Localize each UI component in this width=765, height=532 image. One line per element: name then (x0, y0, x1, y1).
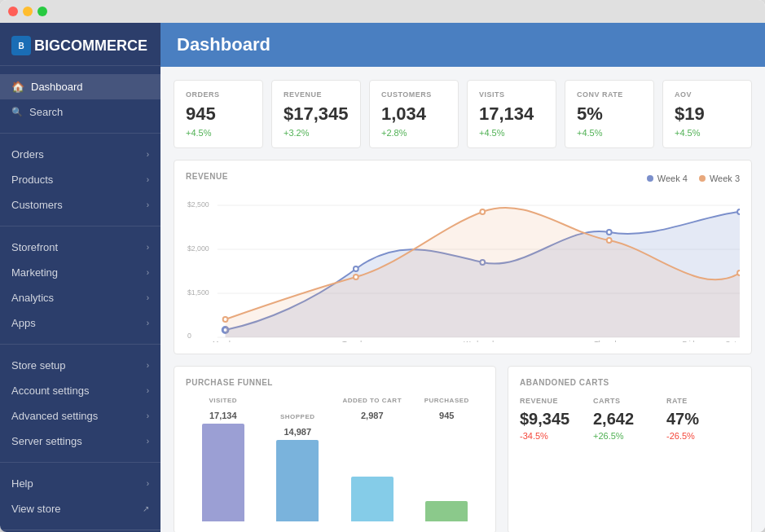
funnel-col-added: ADDED TO CART 2,987 (335, 397, 410, 521)
stat-card-visits: VISITS 17,134 +4.5% (467, 80, 556, 148)
sidebar-label-analytics: Analytics (11, 292, 54, 304)
svg-point-15 (354, 275, 358, 279)
legend-week3: Week 3 (699, 174, 740, 183)
close-button[interactable] (8, 7, 18, 16)
stat-change-customers: +2.8% (381, 128, 446, 138)
abandoned-label-revenue: REVENUE (520, 397, 593, 405)
sidebar-label-advanced-settings: Advanced settings (11, 410, 98, 422)
bottom-row: PURCHASE FUNNEL VISITED 17,134 SHOPPED 1… (174, 366, 752, 532)
funnel-label-shopped: SHOPPED (280, 413, 315, 420)
maximize-button[interactable] (37, 7, 47, 16)
sidebar-item-marketing[interactable]: Marketing › (0, 260, 160, 285)
minimize-button[interactable] (23, 7, 33, 16)
abandoned-col-revenue: REVENUE $9,345 -34.5% (520, 397, 593, 441)
svg-point-14 (223, 317, 228, 322)
svg-point-16 (480, 209, 485, 214)
abandoned-value-carts: 2,642 (593, 410, 666, 429)
sidebar-item-customers[interactable]: Customers › (0, 192, 160, 218)
sidebar-label-view-store: View store (11, 503, 60, 515)
nav-top: 🏠 Dashboard 🔍 Search (0, 66, 160, 134)
chevron-right-icon: › (147, 175, 149, 184)
nav-bottom: Help › View store ↗ (0, 463, 160, 530)
funnel-value-added: 2,987 (361, 411, 384, 420)
funnel-bar-added (351, 477, 393, 521)
revenue-chart-svg: $2,500 $2,000 $1,500 0 (186, 196, 740, 342)
svg-point-13 (737, 209, 740, 214)
sidebar-item-orders[interactable]: Orders › (0, 142, 160, 167)
stat-value-orders: 945 (186, 103, 251, 125)
svg-text:$2,500: $2,500 (187, 200, 209, 209)
page-header: Dashboard (160, 23, 765, 67)
chevron-right-icon: › (147, 386, 149, 395)
abandoned-col-rate: RATE 47% -26.5% (666, 397, 740, 441)
app-window: B BIGCOMMERCE 🏠 Dashboard 🔍 Search (0, 0, 765, 532)
stat-change-conv-rate: +4.5% (577, 128, 642, 138)
stat-value-aov: $19 (675, 103, 740, 125)
sidebar-item-server-settings[interactable]: Server settings › (0, 429, 160, 454)
sidebar-label-customers: Customers (11, 199, 63, 211)
funnel-col-purchased: PURCHASED 945 (410, 397, 485, 521)
legend-dot-week3 (699, 175, 706, 182)
chevron-right-icon: › (147, 479, 149, 488)
abandoned-columns: REVENUE $9,345 -34.5% CARTS 2,642 +26.5%… (520, 397, 740, 441)
funnel-label-purchased: PURCHASED (424, 397, 469, 404)
search-icon: 🔍 (11, 107, 23, 117)
stat-card-aov: AOV $19 +4.5% (662, 80, 752, 148)
logo-text: BIGCOMMERCE (34, 37, 147, 55)
chevron-right-icon: › (147, 200, 149, 209)
main-area: Dashboard ORDERS 945 +4.5% REVENUE $17,3… (160, 23, 765, 532)
abandoned-value-revenue: $9,345 (520, 410, 593, 429)
sidebar-label-marketing: Marketing (11, 266, 58, 279)
svg-point-10 (354, 266, 358, 271)
stat-label-customers: CUSTOMERS (381, 90, 446, 99)
sidebar-item-dashboard[interactable]: 🏠 Dashboard (0, 74, 160, 99)
sidebar-label-store-setup: Store setup (11, 359, 66, 372)
svg-point-12 (607, 230, 612, 235)
sidebar-label-apps: Apps (11, 317, 36, 329)
sidebar-item-advanced-settings[interactable]: Advanced settings › (0, 403, 160, 429)
svg-text:0: 0 (187, 332, 191, 340)
sidebar: B BIGCOMMERCE 🏠 Dashboard 🔍 Search (0, 23, 160, 532)
funnel-value-purchased: 945 (439, 411, 454, 420)
svg-text:Friday: Friday (683, 340, 703, 342)
stat-label-visits: VISITS (479, 90, 544, 99)
sidebar-item-storefront[interactable]: Storefront › (0, 235, 160, 260)
svg-text:Tuesday: Tuesday (342, 340, 370, 342)
stat-label-conv-rate: CONV RATE (577, 90, 642, 99)
svg-point-17 (607, 238, 612, 243)
funnel-columns: VISITED 17,134 SHOPPED 14,987 ADDED TO C… (186, 397, 484, 521)
stat-change-revenue: +3.2% (284, 128, 349, 138)
stat-card-orders: ORDERS 945 +4.5% (174, 80, 263, 148)
funnel-bar-purchased (425, 501, 468, 521)
sidebar-item-help[interactable]: Help › (0, 471, 160, 496)
sidebar-item-search[interactable]: 🔍 Search (0, 99, 160, 125)
sidebar-item-view-store[interactable]: View store ↗ (0, 496, 160, 521)
sidebar-item-account-settings[interactable]: Account settings › (0, 378, 160, 403)
legend-label-week3: Week 3 (710, 174, 740, 183)
funnel-title: PURCHASE FUNNEL (186, 378, 484, 387)
stat-value-conv-rate: 5% (577, 103, 642, 125)
legend-week4: Week 4 (647, 174, 688, 183)
logo-icon: B (11, 36, 31, 55)
stat-label-aov: AOV (675, 90, 740, 99)
funnel-col-visited: VISITED 17,134 (186, 397, 261, 521)
sidebar-item-store-setup[interactable]: Store setup › (0, 353, 160, 378)
legend-dot-week4 (647, 175, 653, 182)
page-title: Dashboard (177, 34, 749, 55)
abandoned-change-rate: -26.5% (666, 431, 740, 441)
stat-change-orders: +4.5% (186, 128, 251, 138)
sidebar-item-analytics[interactable]: Analytics › (0, 285, 160, 310)
nav-secondary: Storefront › Marketing › Analytics › App… (0, 226, 160, 345)
sidebar-label-server-settings: Server settings (11, 435, 82, 447)
sidebar-item-products[interactable]: Products › (0, 167, 160, 192)
stat-change-aov: +4.5% (675, 128, 740, 138)
abandoned-change-revenue: -34.5% (520, 431, 593, 441)
sidebar-item-apps[interactable]: Apps › (0, 310, 160, 336)
abandoned-label-carts: CARTS (593, 397, 666, 405)
legend-label-week4: Week 4 (657, 174, 688, 183)
chevron-right-icon: › (147, 437, 149, 446)
sidebar-label-help: Help (11, 477, 33, 490)
funnel-bar-shopped (276, 440, 319, 521)
abandoned-carts-card: ABANDONED CARTS REVENUE $9,345 -34.5% CA… (508, 366, 752, 532)
funnel-label-visited: VISITED (209, 397, 237, 404)
